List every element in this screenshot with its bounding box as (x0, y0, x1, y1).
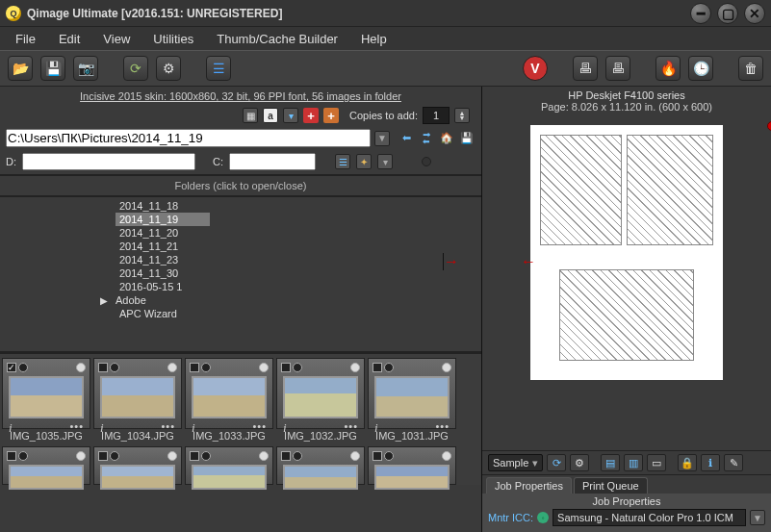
thumb-radio[interactable] (110, 451, 119, 461)
list-view-button[interactable]: ☰ (206, 56, 231, 81)
copies-input[interactable] (423, 107, 450, 124)
zoom-select[interactable]: Sample ▾ (488, 454, 543, 471)
tool-dot-button[interactable] (422, 157, 431, 166)
folder-expand-icon[interactable]: ▶ (100, 295, 108, 306)
clock-button[interactable]: 🕒 (688, 56, 713, 81)
folder-item[interactable]: APC Wizard (116, 307, 210, 320)
burn-button[interactable]: 🔥 (655, 56, 681, 81)
thumb-checkbox[interactable] (98, 451, 108, 461)
tab-job-properties[interactable]: Job Properties (486, 477, 572, 494)
info-icon[interactable]: i (192, 420, 195, 436)
menu-file[interactable]: File (6, 30, 45, 48)
add-alt-button[interactable]: + (323, 108, 339, 123)
tool-filter-button[interactable]: ☰ (335, 154, 350, 169)
path-input[interactable] (6, 129, 371, 147)
rb-lock-button[interactable]: 🔒 (678, 454, 697, 471)
folder-item[interactable]: Adobe (112, 293, 206, 307)
page-canvas[interactable]: ← → (530, 125, 723, 380)
next-page-button[interactable]: → (443, 253, 732, 270)
more-icon[interactable]: ••• (435, 420, 450, 436)
folder-item[interactable]: 2016-05-15 1 (116, 280, 210, 293)
rb-page1-button[interactable]: ▤ (601, 454, 620, 471)
mntr-icc-select[interactable]: Samsung - Natural Color Pro 1.0 ICM (553, 509, 746, 526)
thumbnail[interactable]: i•••IMG_1035.JPG (2, 358, 90, 442)
menu-utilities[interactable]: Utilities (143, 30, 203, 48)
close-button[interactable]: ✕ (744, 3, 765, 24)
folders-header[interactable]: Folders (click to open/close) (0, 174, 481, 197)
rb-refresh-button[interactable]: ⟳ (547, 454, 566, 471)
add-button[interactable]: + (303, 108, 319, 123)
thumb-checkbox[interactable] (281, 363, 291, 372)
rb-doc-button[interactable]: ▭ (647, 454, 666, 471)
folder-item[interactable]: 2014_11_18 (116, 199, 210, 213)
pin-icon[interactable] (767, 121, 771, 131)
folder-item[interactable]: 2014_11_30 (116, 266, 210, 280)
info-icon[interactable]: i (9, 420, 13, 436)
thumb-radio[interactable] (293, 451, 302, 461)
settings-button[interactable]: ⚙ (156, 56, 181, 81)
thumbnail[interactable]: i•••IMG_1031.JPG (368, 358, 456, 442)
refresh-button[interactable]: ⟳ (123, 56, 148, 81)
print-load-button[interactable]: 🖶 (573, 56, 598, 81)
tool-more-button[interactable]: ▾ (377, 154, 393, 169)
thumbnail[interactable]: i••• (368, 446, 456, 485)
rb-gear-button[interactable]: ⚙ (570, 454, 589, 471)
menu-help[interactable]: Help (351, 30, 397, 48)
trash-button[interactable]: 🗑 (738, 56, 763, 81)
drive-c-input[interactable] (229, 153, 316, 170)
thumb-radio[interactable] (201, 363, 211, 372)
thumbnail[interactable]: i••• (185, 446, 273, 485)
folder-item[interactable]: 2014_11_20 (116, 226, 210, 240)
drive-d-input[interactable] (22, 153, 195, 170)
more-icon[interactable]: ••• (161, 420, 175, 436)
thumb-checkbox[interactable] (373, 451, 382, 461)
select-all-icon[interactable]: ▦ (243, 108, 258, 123)
folder-item[interactable]: 2014_11_23 (116, 253, 210, 266)
thumb-checkbox[interactable] (373, 363, 382, 372)
thumb-checkbox[interactable] (7, 451, 16, 461)
layout-slot-2[interactable] (627, 135, 713, 245)
minimize-button[interactable]: ━ (690, 3, 711, 24)
warning-button[interactable]: V (523, 56, 548, 81)
dropdown-icon[interactable]: ▾ (283, 108, 298, 123)
thumbnail[interactable]: i•••IMG_1034.JPG (93, 358, 182, 442)
thumb-checkbox[interactable] (98, 363, 108, 372)
thumbnail[interactable]: i•••IMG_1033.JPG (185, 358, 273, 442)
menu-thumb[interactable]: Thumb/Cache Builder (207, 30, 347, 48)
maximize-button[interactable]: ▢ (717, 3, 738, 24)
save-button[interactable]: 💾 (40, 56, 65, 81)
menu-edit[interactable]: Edit (49, 30, 90, 48)
home-button[interactable]: 🏠 (438, 130, 455, 147)
more-icon[interactable]: ••• (252, 420, 267, 436)
more-icon[interactable]: ••• (69, 420, 84, 436)
thumbnail[interactable]: i••• (93, 446, 182, 485)
forward-up-button[interactable]: ⮕⬅ (418, 130, 435, 147)
folder-item[interactable]: 2014_11_21 (116, 240, 210, 253)
mntr-icc-dropdown-icon[interactable]: ▼ (750, 510, 765, 525)
layout-slot-1[interactable] (540, 135, 622, 245)
thumb-radio[interactable] (201, 451, 211, 461)
thumbnail[interactable]: i•••IMG_1032.JPG (276, 358, 365, 442)
save-loc-button[interactable]: 💾 (458, 130, 475, 147)
thumbnail[interactable]: i••• (276, 446, 365, 485)
tab-print-queue[interactable]: Print Queue (574, 477, 648, 494)
thumb-radio[interactable] (110, 363, 119, 372)
thumbnail[interactable]: i••• (2, 446, 90, 485)
info-icon[interactable]: i (283, 420, 287, 436)
text-a-icon[interactable]: a (263, 108, 278, 123)
rb-edit-button[interactable]: ✎ (724, 454, 743, 471)
thumb-radio[interactable] (384, 363, 394, 372)
thumb-checkbox[interactable] (190, 363, 199, 372)
more-icon[interactable]: ••• (344, 420, 358, 436)
thumb-radio[interactable] (18, 363, 28, 372)
open-button[interactable]: 📂 (8, 56, 33, 81)
thumb-checkbox[interactable] (190, 451, 199, 461)
menu-view[interactable]: View (93, 30, 140, 48)
back-button[interactable]: ⬅ (398, 130, 415, 147)
rb-page2-button[interactable]: ▥ (624, 454, 643, 471)
info-icon[interactable]: i (100, 420, 104, 436)
thumb-checkbox[interactable] (281, 451, 291, 461)
path-dropdown-button[interactable]: ▼ (374, 131, 390, 146)
tool-gear-button[interactable]: ✦ (356, 154, 372, 169)
thumb-radio[interactable] (384, 451, 394, 461)
